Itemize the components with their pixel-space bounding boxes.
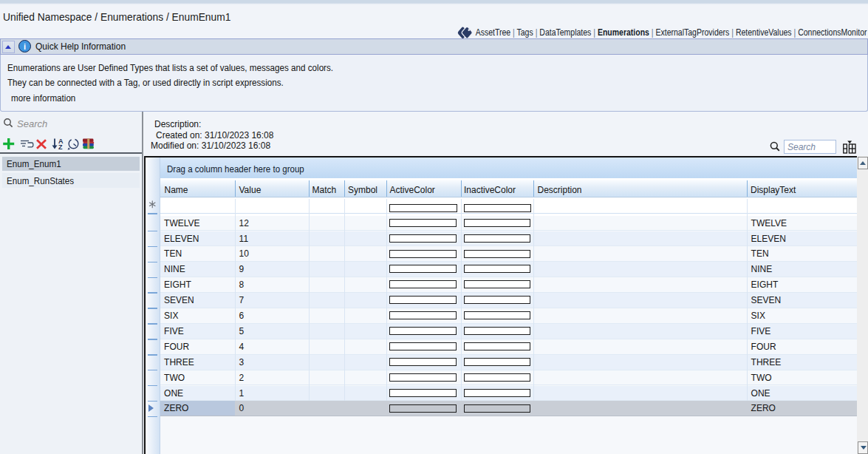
svg-text:Z: Z <box>58 143 63 150</box>
